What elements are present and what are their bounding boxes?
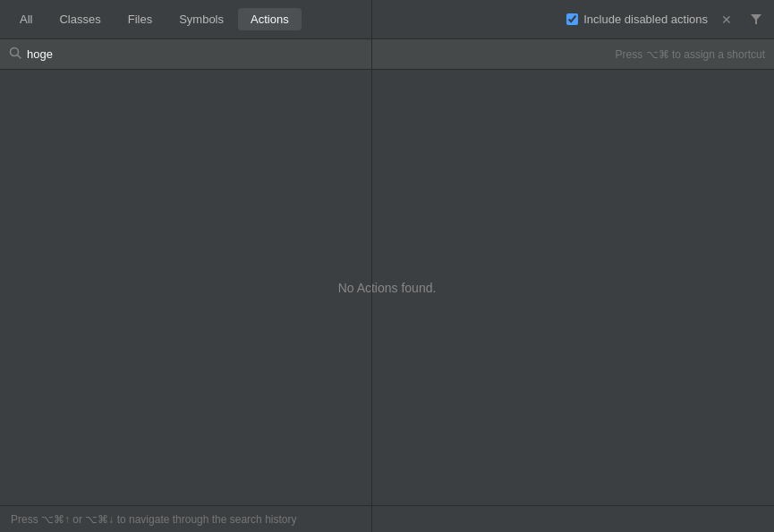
search-bar: Press ⌥⌘ to assign a shortcut	[0, 39, 774, 70]
tab-classes[interactable]: Classes	[47, 8, 113, 30]
include-disabled-label[interactable]: Include disabled actions	[566, 13, 708, 26]
tab-actions[interactable]: Actions	[238, 8, 302, 30]
tabs-group: All Classes Files Symbols Actions	[7, 8, 302, 30]
main-container: All Classes Files Symbols Actions Includ…	[0, 0, 774, 532]
cancel-button[interactable]: ✕	[717, 11, 736, 29]
tab-symbols[interactable]: Symbols	[166, 8, 236, 30]
no-results-text: No Actions found.	[338, 281, 437, 295]
tab-files[interactable]: Files	[115, 8, 165, 30]
filter-button[interactable]	[745, 10, 767, 30]
status-text: Press ⌥⌘↑ or ⌥⌘↓ to navigate through the…	[11, 513, 296, 526]
filter-icon	[750, 13, 762, 25]
search-hint: Press ⌥⌘ to assign a shortcut	[616, 48, 765, 61]
status-bar: Press ⌥⌘↑ or ⌥⌘↓ to navigate through the…	[0, 505, 774, 532]
include-disabled-text: Include disabled actions	[583, 13, 708, 26]
svg-line-2	[18, 55, 21, 59]
right-controls: Include disabled actions ✕	[566, 10, 767, 30]
svg-marker-0	[751, 14, 761, 24]
include-disabled-checkbox[interactable]	[566, 13, 578, 25]
search-icon	[9, 46, 21, 62]
tab-all[interactable]: All	[7, 8, 45, 30]
search-input[interactable]	[27, 47, 610, 61]
main-content: No Actions found.	[0, 70, 774, 505]
tab-bar: All Classes Files Symbols Actions Includ…	[0, 0, 774, 39]
